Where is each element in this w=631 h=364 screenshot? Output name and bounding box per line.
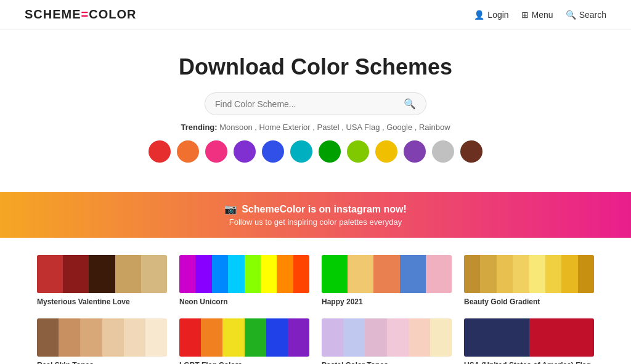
swatch [373,255,399,293]
swatch [59,318,80,357]
swatch [37,318,59,357]
scheme-card[interactable]: Real Skin Tones [37,318,167,364]
scheme-name: Beauty Gold Gradient [464,297,594,306]
scheme-swatches [322,255,452,293]
logo[interactable]: SCHEME=COLOR [25,7,136,22]
swatch [545,255,561,293]
swatch [141,255,167,293]
swatch [348,255,373,293]
nav: 👤 Login ⊞ Menu 🔍 Search [474,10,606,20]
swatch [245,318,266,357]
logo-accent: = [81,7,89,21]
swatch [277,255,293,293]
swatch [578,255,594,293]
user-icon: 👤 [474,10,484,20]
swatch [245,255,261,293]
color-filter-dot[interactable] [460,140,482,163]
scheme-name: Pastel Color Tones [322,361,452,364]
swatch [497,318,529,357]
swatch [201,318,222,357]
swatch [322,318,343,357]
swatch [513,255,529,293]
ig-main-text: 📷 SchemeColor is on instagram now! [12,203,619,215]
scheme-swatches [179,318,309,357]
search-input[interactable] [215,99,404,109]
scheme-card[interactable]: USA (United States of America) Flag ... [464,318,594,364]
scheme-card[interactable]: Neon Unicorn [179,255,309,306]
scheme-card[interactable]: Happy 2021 [322,255,452,306]
swatch [37,255,63,293]
swatch [261,255,277,293]
scheme-name: USA (United States of America) Flag ... [464,361,594,364]
swatch [195,255,211,293]
scheme-swatches [464,255,594,293]
scheme-swatches [179,255,309,293]
ig-sub-text: Follow us to get inspiring color palette… [12,217,619,227]
search-label: Search [579,10,606,20]
scheme-card[interactable]: Pastel Color Tones [322,318,452,364]
swatch [480,255,496,293]
swatch [212,255,228,293]
color-filter-dot[interactable] [262,140,284,163]
swatch [179,255,195,293]
swatch [89,255,115,293]
color-filter-dot[interactable] [319,140,341,163]
menu-label: Menu [532,10,553,20]
scheme-swatches [37,255,167,293]
color-filter-dot[interactable] [432,140,454,163]
swatch [365,318,386,357]
color-filter-dots [12,140,619,163]
swatch [63,255,89,293]
color-filter-dot[interactable] [347,140,369,163]
scheme-name: LGBT Flag Colors [179,361,309,364]
color-filter-dot[interactable] [404,140,426,163]
swatch [145,318,167,357]
swatch [288,318,309,357]
schemes-grid: Mysterious Valentine LoveNeon UnicornHap… [0,238,631,364]
color-filter-dot[interactable] [375,140,397,163]
search-bar[interactable]: 🔍 [205,92,426,115]
scheme-card[interactable]: LGBT Flag Colors [179,318,309,364]
trending-bar: Trending: Monsoon , Home Exterior , Past… [12,123,619,132]
swatch [343,318,365,357]
instagram-icon: 📷 [224,203,237,215]
hero-section: Download Color Schemes 🔍 Trending: Monso… [0,30,631,175]
swatch [293,255,309,293]
scheme-name: Happy 2021 [322,297,452,306]
swatch [387,318,409,357]
swatch [400,255,426,293]
search-nav-item[interactable]: 🔍 Search [566,10,606,20]
color-filter-dot[interactable] [149,140,171,163]
color-filter-dot[interactable] [290,140,312,163]
swatch [179,318,201,357]
swatch [80,318,102,357]
page-title: Download Color Schemes [12,54,619,80]
scheme-swatches [37,318,167,357]
color-filter-dot[interactable] [205,140,227,163]
swatch [464,318,497,357]
swatch [222,318,244,357]
swatch [409,318,430,357]
swatch [561,318,594,357]
scheme-name: Mysterious Valentine Love [37,297,167,306]
scheme-card[interactable]: Beauty Gold Gradient [464,255,594,306]
color-filter-dot[interactable] [234,140,256,163]
swatch [426,255,452,293]
trending-items: Monsoon , Home Exterior , Pastel , USA F… [219,123,450,132]
swatch [529,318,562,357]
swatch [102,318,124,357]
instagram-banner[interactable]: 📷 SchemeColor is on instagram now! Follo… [0,192,631,238]
scheme-swatches [322,318,452,357]
trending-label: Trending: [181,123,217,132]
color-filter-dot[interactable] [177,140,199,163]
swatch [529,255,545,293]
search-submit-icon[interactable]: 🔍 [404,98,416,110]
swatch [497,255,513,293]
scheme-card[interactable]: Mysterious Valentine Love [37,255,167,306]
scheme-swatches [464,318,594,357]
login-label: Login [487,10,508,20]
login-nav-item[interactable]: 👤 Login [474,10,508,20]
menu-nav-item[interactable]: ⊞ Menu [521,10,553,20]
swatch [430,318,452,357]
swatch [266,318,288,357]
